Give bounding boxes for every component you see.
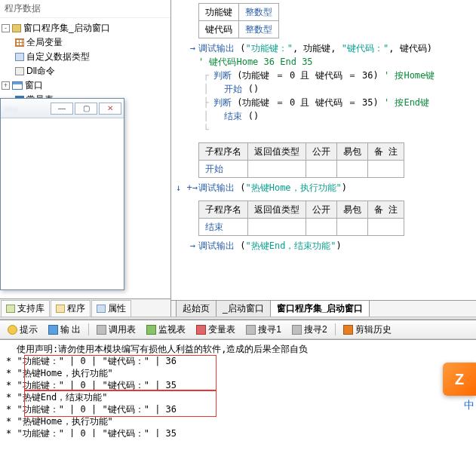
search1-button[interactable]: 搜寻1 <box>241 321 286 338</box>
table-cell[interactable]: 键代码 <box>199 21 239 38</box>
code-line[interactable]: │ 开始 () <box>176 82 471 96</box>
varstack-button[interactable]: 变量表 <box>192 321 240 338</box>
cliphistory-button[interactable]: 剪辑历史 <box>339 321 396 338</box>
watchtable-button[interactable]: 监视表 <box>142 321 190 338</box>
support-icon <box>6 305 15 313</box>
th: 公开 <box>306 143 337 161</box>
output-line: * "功能键：" | 0 | "键代码：" | 35 <box>6 427 470 437</box>
dll-icon <box>15 67 24 75</box>
code-line[interactable]: ├判断 (功能键 ＝ 0 且 键代码 ＝ 35) ' 按End键 <box>176 96 471 109</box>
minimize-button[interactable]: — <box>51 103 73 115</box>
output-icon <box>48 325 58 335</box>
badge-letter: Z <box>455 371 464 388</box>
code-line[interactable]: →调试输出 ("热键End，结束功能") <box>176 239 471 253</box>
floating-window-title: · · · <box>3 104 49 113</box>
floating-window-titlebar[interactable]: · · · — ▢ ✕ <box>1 99 124 118</box>
output-toolbar: 提示 输 出 调用表 监视表 变量表 搜寻1 搜寻2 剪辑历史 <box>0 320 476 339</box>
tab-program[interactable]: 程序 <box>51 300 91 317</box>
code-line[interactable]: │ 结束 () <box>176 109 471 123</box>
label: 输 出 <box>60 323 81 336</box>
watch-icon <box>146 325 156 335</box>
ime-label[interactable]: 中 <box>464 399 476 412</box>
tab-mainwindow[interactable]: _启动窗口 <box>216 300 271 317</box>
label: 剪辑历史 <box>355 323 392 336</box>
param-table-top: 功能键整数型 键代码整数型 <box>198 3 279 38</box>
output-line: * "热键Home，执行功能" <box>6 415 470 427</box>
sub-table: 子程序名返回值类型公开易包备 注 开始 <box>198 142 404 178</box>
label: 变量表 <box>208 323 235 336</box>
table-cell[interactable]: 功能键 <box>199 4 239 21</box>
label: 提示 <box>20 323 38 336</box>
tab-support-lib[interactable]: 支持库 <box>1 300 50 317</box>
label: 监视表 <box>158 323 186 336</box>
type-icon <box>15 53 24 61</box>
output-line: 使用声明:请勿使用本模块编写有损他人利益的软件,造成的后果全部自负 <box>6 343 470 355</box>
tree-node[interactable]: 全局变量 <box>2 35 169 50</box>
tree-node[interactable]: +窗口 <box>2 78 169 93</box>
book-icon <box>12 24 21 32</box>
tab-label: 属性 <box>108 302 126 315</box>
label: 调用表 <box>109 323 136 336</box>
table-cell[interactable]: 整数型 <box>239 4 279 21</box>
th: 返回值类型 <box>248 201 306 219</box>
tree-header: 程序数据 <box>0 0 170 18</box>
sub-table: 子程序名返回值类型公开易包备 注 结束 <box>198 201 404 236</box>
close-button[interactable]: ✕ <box>99 103 121 115</box>
tab-label: 支持库 <box>17 302 45 315</box>
table-icon <box>97 325 106 335</box>
code-line[interactable]: ┌判断 (功能键 ＝ 0 且 键代码 ＝ 36) ' 按Home键 <box>176 69 471 82</box>
output-line: * "功能键：" | 0 | "键代码：" | 36 <box>6 355 470 367</box>
tree-label: 全局变量 <box>26 36 63 49</box>
search2-button[interactable]: 搜寻2 <box>287 321 332 338</box>
expand-icon[interactable]: - <box>2 24 10 32</box>
maximize-button[interactable]: ▢ <box>75 103 97 115</box>
tab-properties[interactable]: 属性 <box>91 300 131 317</box>
th: 易包 <box>337 201 368 219</box>
clip-icon <box>343 325 353 335</box>
program-icon <box>56 305 65 313</box>
tree-label: 自定义数据类型 <box>26 51 90 63</box>
sub-name[interactable]: 结束 <box>199 219 248 236</box>
output-panel[interactable]: 使用声明:请勿使用本模块编写有损他人利益的软件,造成的后果全部自负 * "功能键… <box>0 339 476 437</box>
tree-label: Dll命令 <box>26 65 55 78</box>
hint-button[interactable]: 提示 <box>3 321 42 338</box>
search-icon <box>246 325 256 335</box>
calltable-button[interactable]: 调用表 <box>92 321 140 338</box>
tree-node[interactable]: 自定义数据类型 <box>2 50 169 64</box>
ime-badge[interactable]: Z <box>443 363 476 396</box>
th: 子程序名 <box>199 143 248 161</box>
th: 备 注 <box>368 143 404 161</box>
tab-label: 程序 <box>67 302 85 315</box>
expand-icon[interactable]: + <box>2 81 10 90</box>
output-line: * "热键Home，执行功能" <box>6 367 470 379</box>
th: 子程序名 <box>199 201 248 219</box>
project-tree: -窗口程序集_启动窗口 全局变量 自定义数据类型 Dll命令 +窗口 常量表 <box>0 18 170 110</box>
code-editor[interactable]: 功能键整数型 键代码整数型 →调试输出 ("功能键：", 功能键, "键代码："… <box>171 0 476 259</box>
code-panel: 功能键整数型 键代码整数型 →调试输出 ("功能键：", 功能键, "键代码："… <box>171 0 476 317</box>
code-line[interactable]: →调试输出 ("功能键：", 功能键, "键代码：", 键代码) <box>176 41 471 55</box>
output-button[interactable]: 输 出 <box>44 321 85 338</box>
code-line[interactable]: └ <box>176 123 471 136</box>
th: 备 注 <box>368 201 404 219</box>
var-icon <box>196 325 206 335</box>
output-line: * "热键End，结束功能" <box>6 391 470 403</box>
output-line: * "功能键：" | 0 | "键代码：" | 36 <box>6 403 470 415</box>
tree-label: 窗口程序集_启动窗口 <box>23 22 110 35</box>
properties-icon <box>97 305 106 313</box>
code-line[interactable]: ↓ +→调试输出 ("热键Home，执行功能") <box>176 181 471 194</box>
bulb-icon <box>8 325 17 335</box>
code-line[interactable]: ' 键代码Home 36 End 35 <box>176 55 471 69</box>
tree-node[interactable]: Dll命令 <box>2 64 169 78</box>
editor-tabs: 起始页 _启动窗口 窗口程序集_启动窗口 <box>171 300 476 317</box>
label: 搜寻2 <box>304 323 327 336</box>
output-line: * "功能键：" | 0 | "键代码：" | 35 <box>6 379 470 391</box>
tab-startpage[interactable]: 起始页 <box>176 300 217 317</box>
th: 易包 <box>337 143 368 161</box>
tab-windowset[interactable]: 窗口程序集_启动窗口 <box>270 300 370 317</box>
left-panel-tabs: 支持库 程序 属性 <box>0 298 170 317</box>
sub-name[interactable]: 开始 <box>199 161 248 178</box>
table-cell[interactable]: 整数型 <box>239 21 279 38</box>
tree-node[interactable]: -窗口程序集_启动窗口 <box>2 21 169 35</box>
tree-label: 窗口 <box>25 79 43 92</box>
floating-window[interactable]: · · · — ▢ ✕ <box>0 98 124 290</box>
